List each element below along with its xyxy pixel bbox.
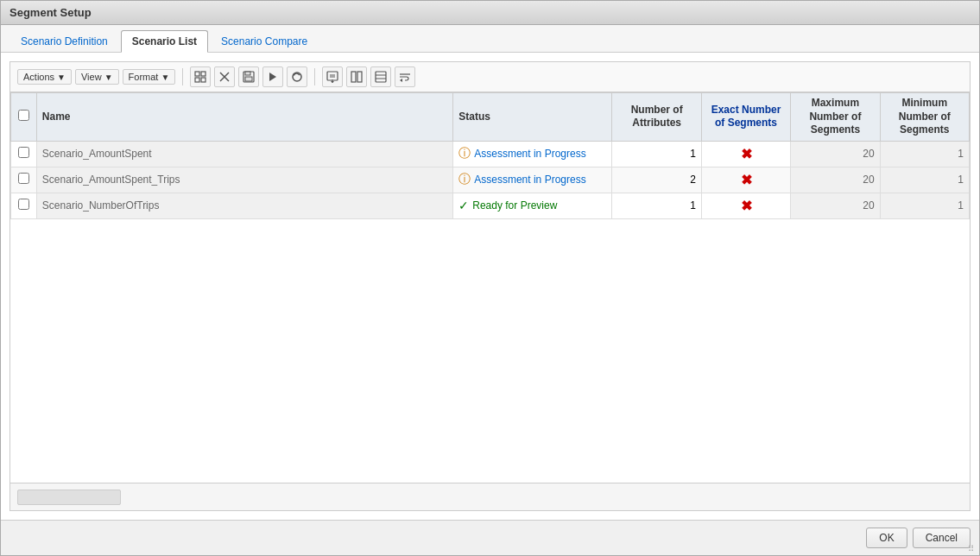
actions-button[interactable]: Actions ▼: [17, 69, 72, 85]
tabs-bar: Scenario Definition Scenario List Scenar…: [1, 25, 979, 53]
svg-rect-8: [245, 77, 252, 81]
content-area: Actions ▼ View ▼ Format ▼: [1, 53, 979, 520]
row-name: Scenario_AmountSpent: [36, 141, 452, 167]
svg-rect-18: [357, 72, 362, 82]
svg-rect-2: [195, 78, 199, 82]
header-status: Status: [453, 93, 612, 142]
export-icon-button[interactable]: [322, 66, 343, 87]
svg-rect-12: [327, 72, 338, 80]
row-checkbox-cell: [11, 167, 37, 193]
row-status: ✓Ready for Preview: [453, 193, 612, 218]
toolbar: Actions ▼ View ▼ Format ▼: [10, 62, 970, 92]
refresh-icon-button[interactable]: [287, 66, 307, 87]
expand-icon-button[interactable]: [370, 66, 391, 87]
svg-rect-0: [195, 72, 199, 76]
row-checkbox[interactable]: [18, 199, 29, 210]
tab-scenario-compare[interactable]: Scenario Compare: [210, 30, 319, 52]
table-row: Scenario_AmountSpentⓘAssessment in Progr…: [11, 141, 970, 167]
row-num-attrs: 2: [612, 167, 701, 193]
header-exact-segments: Exact Number of Segments: [701, 93, 790, 142]
save-icon-button[interactable]: [238, 66, 259, 87]
row-exact-segments: ✖: [701, 141, 790, 167]
header-name: Name: [36, 93, 452, 142]
format-dropdown-arrow: ▼: [161, 73, 169, 82]
row-checkbox[interactable]: [18, 173, 29, 184]
svg-rect-3: [201, 78, 205, 82]
segment-setup-dialog: Segment Setup Scenario Definition Scenar…: [0, 0, 980, 556]
horizontal-scrollbar[interactable]: [17, 490, 121, 505]
table-row: Scenario_AmountSpent_TripsⓘAssessment in…: [11, 167, 970, 193]
row-checkbox-cell: [11, 193, 37, 218]
format-button[interactable]: Format ▼: [123, 69, 176, 85]
row-checkbox-cell: [11, 141, 37, 167]
columns-icon-button[interactable]: [346, 66, 367, 87]
header-min-segments: Minimum Number of Segments: [880, 93, 969, 142]
row-exact-segments: ✖: [701, 167, 790, 193]
cancel-button[interactable]: Cancel: [913, 528, 971, 548]
row-name: Scenario_AmountSpent_Trips: [36, 167, 452, 193]
tab-scenario-list[interactable]: Scenario List: [121, 30, 208, 53]
row-num-attrs: 1: [612, 141, 701, 167]
row-min-segments: 1: [880, 193, 969, 218]
svg-rect-7: [245, 72, 250, 75]
run-icon-button[interactable]: [262, 66, 283, 87]
x-icon: ✖: [741, 173, 752, 187]
toolbar-panel: Actions ▼ View ▼ Format ▼: [9, 61, 971, 511]
view-button[interactable]: View ▼: [75, 69, 119, 85]
resize-handle[interactable]: ⠿: [968, 544, 977, 553]
actions-dropdown-arrow: ▼: [57, 73, 66, 82]
separator-1: [182, 68, 183, 85]
ready-icon: ✓: [458, 199, 469, 212]
header-max-segments: Maximum Number of Segments: [791, 93, 880, 142]
select-all-checkbox[interactable]: [18, 110, 29, 121]
svg-rect-19: [376, 72, 386, 82]
row-status: ⓘAssessment in Progress: [453, 167, 612, 193]
row-exact-segments: ✖: [701, 193, 790, 218]
separator-2: [314, 68, 315, 85]
header-num-attrs: Number of Attributes: [612, 93, 701, 142]
row-min-segments: 1: [880, 141, 969, 167]
row-status: ⓘAssessment in Progress: [453, 141, 612, 167]
ok-button[interactable]: OK: [866, 528, 907, 548]
select-icon-button[interactable]: [190, 66, 211, 87]
svg-marker-23: [400, 79, 402, 82]
status-text: Assessment in Progress: [474, 148, 585, 160]
wrap-icon-button[interactable]: [395, 66, 415, 87]
row-checkbox[interactable]: [18, 147, 29, 158]
row-max-segments: 20: [791, 193, 880, 218]
assessment-icon: ⓘ: [458, 146, 471, 161]
table-body: Scenario_AmountSpentⓘAssessment in Progr…: [11, 141, 970, 218]
bottom-scrollbar-bar: [10, 483, 970, 510]
svg-rect-17: [351, 72, 356, 82]
cancel-icon-button[interactable]: [214, 66, 235, 87]
scenario-table: Name Status Number of Attributes Exact N…: [10, 92, 970, 219]
x-icon: ✖: [741, 199, 752, 213]
row-max-segments: 20: [791, 141, 880, 167]
x-icon: ✖: [741, 147, 752, 161]
row-max-segments: 20: [791, 167, 880, 193]
assessment-icon: ⓘ: [458, 172, 471, 187]
header-checkbox-cell: [11, 93, 37, 142]
table-header-row: Name Status Number of Attributes Exact N…: [11, 93, 970, 142]
row-min-segments: 1: [880, 167, 969, 193]
svg-marker-9: [269, 73, 276, 81]
dialog-footer: OK Cancel: [1, 520, 979, 555]
row-num-attrs: 1: [612, 193, 701, 218]
tab-scenario-definition[interactable]: Scenario Definition: [9, 30, 119, 52]
view-dropdown-arrow: ▼: [104, 73, 113, 82]
table-container: Name Status Number of Attributes Exact N…: [10, 92, 970, 483]
table-row: Scenario_NumberOfTrips✓Ready for Preview…: [11, 193, 970, 218]
status-text: Ready for Preview: [472, 199, 557, 212]
svg-rect-1: [201, 72, 205, 76]
status-text: Assessment in Progress: [474, 174, 585, 186]
svg-marker-16: [331, 81, 334, 83]
dialog-title: Segment Setup: [1, 1, 979, 25]
row-name: Scenario_NumberOfTrips: [36, 193, 452, 218]
